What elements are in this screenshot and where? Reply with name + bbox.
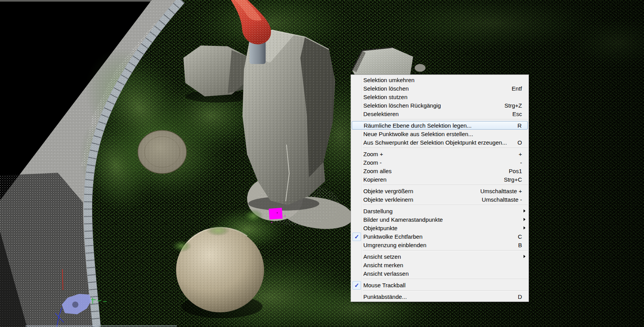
menu-item-shortcut: Esc <box>512 111 522 117</box>
menu-item-zoom[interactable]: Zoom -- <box>351 158 529 167</box>
small-stone <box>415 64 425 72</box>
menu-item-bilder-und-kamerastandpunkte[interactable]: Bilder und Kamerastandpunkte <box>351 215 529 224</box>
menu-item-shortcut: Entf <box>512 85 522 92</box>
menu-item-ansicht-setzen[interactable]: Ansicht setzen <box>351 252 529 261</box>
menu-item-deselektieren[interactable]: DeselektierenEsc <box>351 110 529 118</box>
menu-item-label: Darstellung <box>363 208 522 214</box>
menu-item-shortcut: D <box>518 293 522 300</box>
check-icon: ✓ <box>353 281 361 290</box>
menu-item-label: Mouse Trackball <box>363 282 522 288</box>
menu-item-objektpunkte[interactable]: Objektpunkte <box>351 224 529 232</box>
menu-item-shortcut: O <box>517 139 522 146</box>
menu-item-label: Aus Schwerpunkt der Selektion Objektpunk… <box>363 139 517 146</box>
bottom-edge-line <box>25 326 177 327</box>
menu-item-aus-schwerpunkt-der-selektion-objektpunkt-erzeugen[interactable]: Aus Schwerpunkt der Selektion Objektpunk… <box>351 138 529 147</box>
menu-separator <box>363 205 528 205</box>
menu-item-punktabstände[interactable]: Punktabstände...D <box>351 292 529 301</box>
menu-separator <box>363 185 528 185</box>
menu-item-label: Selektion löschen Rückgängig <box>363 102 505 109</box>
menu-item-neue-punktwolke-aus-selektion-erstellen[interactable]: Neue Punktwolke aus Selektion erstellen.… <box>351 130 529 138</box>
menu-item-shortcut: + <box>519 151 522 157</box>
menu-item-label: Kopieren <box>363 176 504 183</box>
menu-item-kopieren[interactable]: KopierenStrg+C <box>351 175 529 184</box>
menu-item-label: Ansicht verlassen <box>363 270 522 277</box>
menu-item-selektion-umkehren[interactable]: Selektion umkehren <box>351 76 529 84</box>
menu-separator <box>363 148 528 148</box>
menu-separator <box>363 250 528 251</box>
menu-item-label: Punktabstände... <box>363 293 518 300</box>
menu-item-shortcut: Strg+Z <box>505 102 522 109</box>
menu-item-objekte-verkleinern[interactable]: Objekte verkleinernUmschalttaste - <box>351 195 529 204</box>
manhole-cover <box>138 130 186 174</box>
menu-item-shortcut: C <box>518 233 522 240</box>
menu-item-label: Zoom alles <box>363 168 509 174</box>
application-window: Selektion umkehrenSelektion löschenEntfS… <box>0 0 644 327</box>
context-menu: Selektion umkehrenSelektion löschenEntfS… <box>351 74 529 302</box>
menu-item-label: Ansicht setzen <box>363 253 522 260</box>
scene-svg <box>0 0 644 327</box>
menu-item-shortcut: Strg+C <box>504 176 522 183</box>
menu-item-shortcut: Umschalttaste + <box>480 188 522 194</box>
menu-item-label: Zoom - <box>363 159 520 166</box>
menu-item-label: Punktwolke Echtfarben <box>363 233 518 240</box>
check-icon: ✓ <box>353 233 361 241</box>
menu-item-darstellung[interactable]: Darstellung <box>351 207 529 215</box>
menu-item-shortcut: - <box>520 159 522 166</box>
menu-item-objekte-vergrößern[interactable]: Objekte vergrößernUmschalttaste + <box>351 187 529 195</box>
menu-item-label: Bilder und Kamerastandpunkte <box>363 216 522 223</box>
submenu-arrow-icon <box>524 209 525 212</box>
menu-separator <box>363 290 528 291</box>
menu-item-umgrenzung-einblenden[interactable]: Umgrenzung einblendenB <box>351 241 529 249</box>
menu-item-räumliche-ebene-durch-selektion-legen[interactable]: Räumliche Ebene durch Selektion legen...… <box>352 121 528 130</box>
menu-item-zoom[interactable]: Zoom ++ <box>351 150 529 158</box>
menu-item-label: Ansicht merken <box>363 262 522 268</box>
menu-item-mouse-trackball[interactable]: ✓Mouse Trackball <box>351 281 529 289</box>
menu-item-label: Räumliche Ebene durch Selektion legen... <box>364 122 517 129</box>
submenu-arrow-icon <box>524 218 525 221</box>
screen-edge-line <box>0 0 152 2</box>
menu-separator <box>363 279 528 279</box>
menu-item-shortcut: B <box>518 242 522 248</box>
menu-item-punktwolke-echtfarben[interactable]: ✓Punktwolke EchtfarbenC <box>351 232 529 241</box>
submenu-arrow-icon <box>524 226 525 229</box>
menu-item-label: Selektion löschen <box>363 85 512 92</box>
menu-item-ansicht-merken[interactable]: Ansicht merken <box>351 261 529 269</box>
menu-item-label: Objekte vergrößern <box>363 188 480 194</box>
menu-item-label: Objektpunkte <box>363 225 522 231</box>
menu-separator <box>363 119 528 120</box>
rock-stump <box>183 46 252 103</box>
menu-item-selektion-löschen[interactable]: Selektion löschenEntf <box>351 84 529 93</box>
viewport-3d[interactable] <box>0 0 644 327</box>
menu-item-label: Zoom + <box>363 151 519 157</box>
menu-item-shortcut: Umschalttaste - <box>482 196 522 203</box>
menu-item-label: Selektion umkehren <box>363 77 522 83</box>
menu-item-ansicht-verlassen[interactable]: Ansicht verlassen <box>351 269 529 278</box>
menu-item-selektion-löschen-rückgängig[interactable]: Selektion löschen RückgängigStrg+Z <box>351 101 529 110</box>
menu-item-label: Objekte verkleinern <box>363 196 482 203</box>
menu-item-shortcut: R <box>517 122 522 129</box>
menu-item-zoom-alles[interactable]: Zoom allesPos1 <box>351 167 529 175</box>
submenu-arrow-icon <box>524 255 525 258</box>
menu-item-selektion-stutzen[interactable]: Selektion stutzen <box>351 93 529 101</box>
menu-item-label: Selektion stutzen <box>363 94 522 100</box>
menu-item-label: Umgrenzung einblenden <box>363 242 518 248</box>
menu-item-shortcut: Pos1 <box>509 168 522 174</box>
menu-item-label: Neue Punktwolke aus Selektion erstellen.… <box>363 131 522 137</box>
menu-item-label: Deselektieren <box>363 111 512 117</box>
